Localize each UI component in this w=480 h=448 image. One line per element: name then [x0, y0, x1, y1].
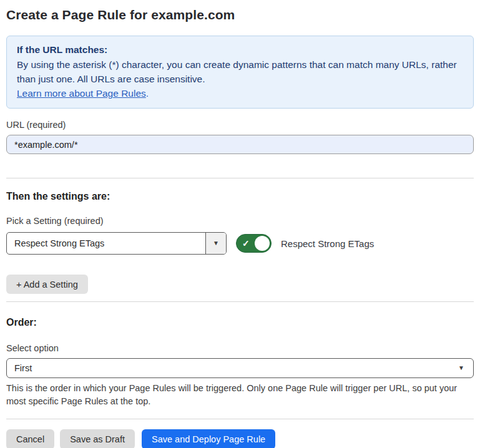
info-box-body: By using the asterisk (*) character, you… [17, 57, 463, 86]
url-field-label: URL (required) [6, 120, 474, 130]
page-title: Create a Page Rule for example.com [6, 7, 474, 22]
chevron-down-icon: ▼ [213, 240, 219, 246]
url-input[interactable] [6, 135, 474, 154]
divider [6, 419, 474, 419]
info-box-link-line: Learn more about Page Rules. [17, 86, 463, 100]
settings-section-heading: Then the settings are: [6, 191, 474, 202]
footer-actions: Cancel Save as Draft Save and Deploy Pag… [6, 429, 474, 448]
setting-toggle[interactable]: ✓ [236, 234, 272, 253]
learn-more-link[interactable]: Learn more about Page Rules [17, 88, 146, 99]
order-select-label: Select option [6, 343, 474, 353]
toggle-knob [255, 236, 270, 251]
order-select-value: First [14, 363, 458, 373]
order-select[interactable]: First ▼ [6, 358, 474, 378]
save-and-deploy-button[interactable]: Save and Deploy Page Rule [142, 429, 275, 448]
url-matches-info-box: If the URL matches: By using the asteris… [6, 36, 474, 109]
pick-setting-label: Pick a Setting (required) [6, 216, 474, 226]
setting-select-value: Respect Strong ETags [7, 233, 205, 254]
setting-row: Respect Strong ETags ▼ ✓ Respect Strong … [6, 232, 474, 255]
info-box-heading: If the URL matches: [17, 42, 463, 57]
divider [6, 178, 474, 178]
divider [6, 301, 474, 302]
create-page-rule-dialog: Create a Page Rule for example.com If th… [0, 0, 480, 448]
order-section-heading: Order: [6, 317, 474, 328]
setting-select[interactable]: Respect Strong ETags ▼ [6, 232, 227, 255]
check-icon: ✓ [242, 238, 250, 248]
chevron-down-icon: ▼ [458, 365, 464, 371]
save-as-draft-button[interactable]: Save as Draft [60, 429, 135, 448]
toggle-label: Respect Strong ETags [281, 238, 374, 249]
setting-select-dropdown-button[interactable]: ▼ [205, 233, 226, 254]
link-suffix: . [146, 88, 149, 99]
cancel-button[interactable]: Cancel [6, 429, 54, 448]
add-setting-button[interactable]: + Add a Setting [6, 275, 88, 294]
order-help-text: This is the order in which your Page Rul… [6, 382, 471, 408]
